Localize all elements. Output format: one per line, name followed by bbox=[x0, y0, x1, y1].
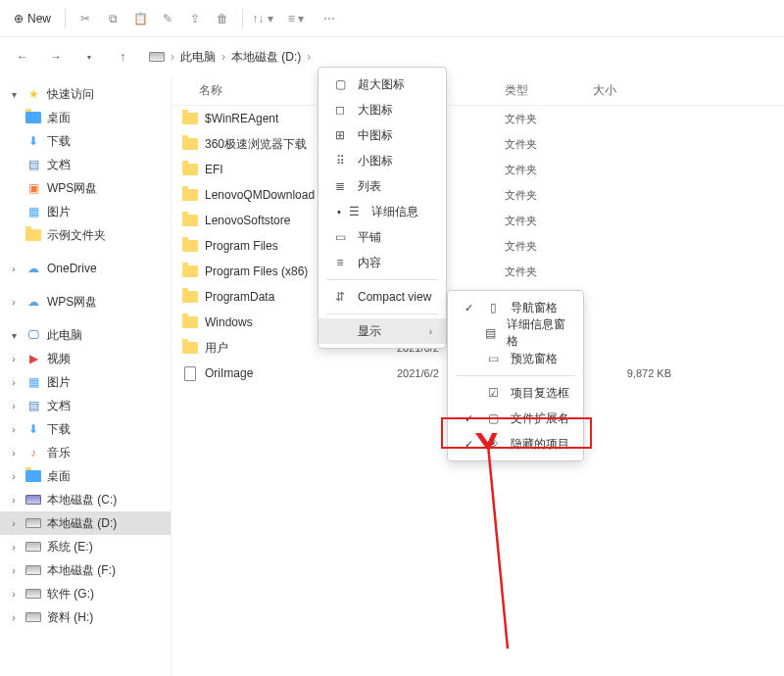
compact-icon: ⇵ bbox=[332, 289, 348, 305]
file-type: 文件夹 bbox=[505, 112, 593, 126]
column-type[interactable]: 类型 bbox=[505, 82, 593, 99]
details-pane-icon: ▤ bbox=[483, 325, 497, 341]
sidebar-item-downloads[interactable]: ⬇ 下载 bbox=[0, 129, 171, 153]
cut-icon[interactable]: ✂ bbox=[72, 5, 99, 32]
up-button[interactable]: ↑ bbox=[108, 42, 137, 72]
separator bbox=[456, 375, 575, 376]
menu-item-tiles[interactable]: ▭平铺 bbox=[318, 224, 446, 250]
menu-item-details-pane[interactable]: ▤详细信息窗格 bbox=[448, 320, 583, 346]
chevron-right-icon: › bbox=[307, 50, 311, 64]
chevron-right-icon: › bbox=[8, 401, 20, 411]
breadcrumb[interactable]: › 此电脑 › 本地磁盘 (D:) › bbox=[141, 42, 776, 72]
rename-icon[interactable]: ✎ bbox=[154, 5, 181, 32]
file-row[interactable]: $WinREAgent2:15文件夹 bbox=[172, 106, 784, 131]
sidebar-item-drive-c[interactable]: › 本地磁盘 (C:) bbox=[0, 488, 171, 511]
separator bbox=[326, 279, 438, 280]
chevron-right-icon: › bbox=[8, 424, 20, 435]
sidebar-item-pictures2[interactable]: › ▦ 图片 bbox=[0, 370, 171, 394]
menu-item-hidden-items[interactable]: ✓👁隐藏的项目 bbox=[448, 431, 583, 457]
paste-icon[interactable]: 📋 bbox=[126, 5, 154, 32]
show-submenu: ✓▯导航窗格 ▤详细信息窗格 ▭预览窗格 ☑项目复选框 ✓▢文件扩展名 ✓👁隐藏… bbox=[447, 290, 584, 461]
forward-button[interactable]: → bbox=[41, 42, 71, 72]
sidebar-item-desktop[interactable]: 桌面 bbox=[0, 106, 171, 129]
separator bbox=[242, 9, 243, 28]
file-type: 文件夹 bbox=[505, 214, 593, 228]
file-type: 文件夹 bbox=[505, 265, 593, 279]
view-icon[interactable]: ≡ ▾ bbox=[276, 5, 316, 32]
chevron-right-icon: › bbox=[171, 50, 174, 64]
menu-item-details[interactable]: •☰详细信息 bbox=[318, 199, 446, 224]
toolbar: ⊕ New ✂ ⧉ 📋 ✎ ⇪ 🗑 ↑↓ ▾ ≡ ▾ ⋯ bbox=[0, 0, 784, 37]
sidebar-item-drive-g[interactable]: › 软件 (G:) bbox=[0, 582, 171, 605]
new-button[interactable]: ⊕ New bbox=[6, 8, 59, 29]
documents-icon: ▤ bbox=[25, 157, 41, 172]
breadcrumb-pc[interactable]: 此电脑 bbox=[180, 49, 216, 66]
sidebar-item-pictures[interactable]: ▦ 图片 bbox=[0, 200, 171, 223]
list-icon: ≣ bbox=[332, 178, 348, 194]
sidebar-item-desktop2[interactable]: › 桌面 bbox=[0, 464, 171, 488]
sidebar-item-wps[interactable]: ▣ WPS网盘 bbox=[0, 176, 171, 200]
file-row[interactable]: LenovoQMDownload6 19:40文件夹 bbox=[172, 182, 784, 208]
copy-icon[interactable]: ⧉ bbox=[99, 5, 126, 32]
back-button[interactable]: ← bbox=[8, 42, 37, 72]
folder-icon bbox=[181, 161, 199, 178]
pictures-icon: ▦ bbox=[25, 204, 41, 219]
column-size[interactable]: 大小 bbox=[593, 82, 671, 99]
chevron-right-icon: › bbox=[8, 354, 20, 364]
menu-item-large-icons[interactable]: ◻大图标 bbox=[318, 97, 446, 122]
sidebar-item-this-pc[interactable]: ▾ 🖵 此电脑 bbox=[0, 323, 171, 347]
menu-item-list[interactable]: ≣列表 bbox=[318, 173, 446, 199]
file-row[interactable]: Program Files2:41文件夹 bbox=[172, 233, 784, 259]
check-icon: ✓ bbox=[462, 302, 475, 314]
menu-item-compact[interactable]: ⇵Compact view bbox=[318, 284, 446, 310]
chevron-down-icon[interactable]: ▾ bbox=[74, 42, 104, 72]
menu-item-item-checkboxes[interactable]: ☑项目复选框 bbox=[448, 380, 583, 406]
menu-item-show[interactable]: 显示› bbox=[318, 318, 446, 344]
menu-item-extra-large-icons[interactable]: ▢超大图标 bbox=[318, 72, 446, 97]
separator bbox=[65, 9, 66, 28]
sidebar-item-drive-h[interactable]: › 资料 (H:) bbox=[0, 605, 171, 629]
sidebar-item-quick-access[interactable]: ▾ ★ 快速访问 bbox=[0, 82, 171, 106]
sidebar-item-documents2[interactable]: › ▤ 文档 bbox=[0, 394, 171, 417]
sidebar-item-drive-f[interactable]: › 本地磁盘 (F:) bbox=[0, 558, 171, 582]
documents-icon: ▤ bbox=[25, 398, 41, 413]
sort-icon[interactable]: ↑↓ ▾ bbox=[249, 5, 276, 32]
chevron-right-icon: › bbox=[8, 589, 20, 600]
folder-icon bbox=[181, 110, 199, 127]
desktop-icon bbox=[25, 110, 41, 125]
folder-icon bbox=[181, 339, 199, 357]
chevron-right-icon: › bbox=[8, 612, 20, 623]
more-icon[interactable]: ⋯ bbox=[316, 5, 343, 32]
file-row[interactable]: EFI6 17:18文件夹 bbox=[172, 157, 784, 182]
file-row[interactable]: 360极速浏览器下载3 17:26文件夹 bbox=[172, 131, 784, 157]
menu-item-file-extensions[interactable]: ✓▢文件扩展名 bbox=[448, 406, 583, 431]
folder-icon bbox=[181, 263, 199, 280]
sidebar-item-onedrive[interactable]: › ☁ OneDrive bbox=[0, 257, 171, 280]
delete-icon[interactable]: 🗑 bbox=[209, 5, 236, 32]
menu-item-medium-icons[interactable]: ⊞中图标 bbox=[318, 122, 446, 148]
menu-item-content[interactable]: ≡内容 bbox=[318, 250, 446, 275]
wps-icon: ▣ bbox=[25, 180, 41, 196]
file-type: 文件夹 bbox=[505, 239, 593, 254]
share-icon[interactable]: ⇪ bbox=[181, 5, 209, 32]
file-row[interactable]: Program Files (x86)5 15:00文件夹 bbox=[172, 259, 784, 284]
menu-item-small-icons[interactable]: ⠿小图标 bbox=[318, 148, 446, 173]
sidebar-item-music[interactable]: › ♪ 音乐 bbox=[0, 441, 171, 464]
checkbox-icon: ☑ bbox=[485, 385, 501, 401]
sidebar-item-documents[interactable]: ▤ 文档 bbox=[0, 153, 171, 176]
small-icon: ⠿ bbox=[332, 153, 348, 169]
sidebar-item-drive-e[interactable]: › 系统 (E:) bbox=[0, 535, 171, 558]
folder-icon bbox=[181, 314, 199, 331]
file-row[interactable]: LenovoSoftstore6 23:31文件夹 bbox=[172, 208, 784, 233]
separator bbox=[326, 314, 438, 314]
drive-icon bbox=[25, 586, 41, 602]
medium-icon: ⊞ bbox=[332, 127, 348, 143]
sidebar-item-wps2[interactable]: › ☁ WPS网盘 bbox=[0, 290, 171, 314]
cloud-icon: ☁ bbox=[25, 294, 41, 310]
sidebar-item-downloads2[interactable]: › ⬇ 下载 bbox=[0, 417, 171, 441]
sidebar-item-videos[interactable]: › ▶ 视频 bbox=[0, 347, 171, 370]
breadcrumb-drive[interactable]: 本地磁盘 (D:) bbox=[231, 49, 301, 66]
sidebar-item-drive-d[interactable]: › 本地磁盘 (D:) bbox=[0, 511, 171, 535]
downloads-icon: ⬇ bbox=[25, 421, 41, 437]
sidebar-item-samples[interactable]: 示例文件夹 bbox=[0, 223, 171, 247]
